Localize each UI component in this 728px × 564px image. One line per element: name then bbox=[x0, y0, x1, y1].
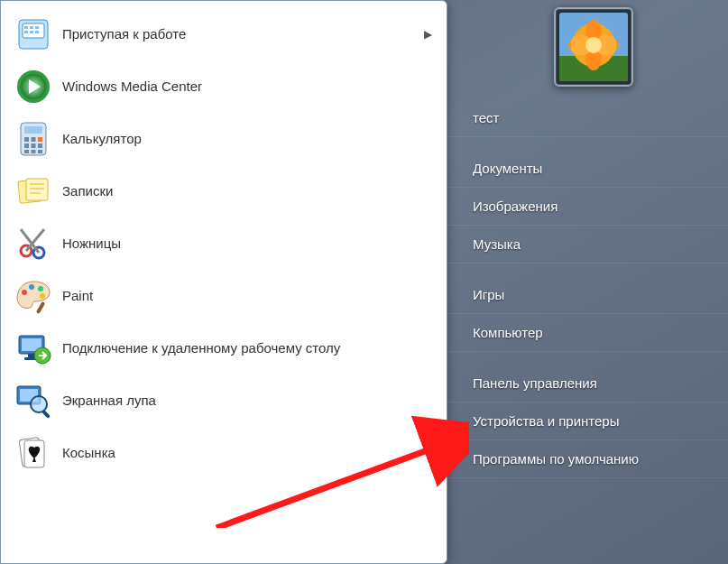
program-label: Приступая к работе bbox=[62, 26, 415, 43]
svg-rect-13 bbox=[32, 137, 36, 142]
getting-started-icon bbox=[14, 14, 53, 54]
svg-rect-43 bbox=[41, 410, 51, 419]
svg-point-32 bbox=[38, 286, 43, 291]
right-item-control-panel[interactable]: Панель управления bbox=[447, 365, 728, 402]
right-item-default-programs[interactable]: Программы по умолчанию bbox=[447, 440, 728, 478]
svg-point-30 bbox=[22, 290, 27, 295]
svg-rect-5 bbox=[24, 31, 28, 33]
program-calculator[interactable]: Калькулятор bbox=[8, 113, 443, 165]
program-sticky-notes[interactable]: Записки bbox=[8, 165, 443, 217]
right-item-label: Устройства и принтеры bbox=[473, 413, 619, 429]
program-label: Подключение к удаленному рабочему столу bbox=[62, 340, 438, 357]
media-center-icon bbox=[14, 67, 53, 106]
right-item-label: тест bbox=[473, 110, 499, 125]
program-paint[interactable]: Paint bbox=[8, 270, 443, 322]
start-menu-left-panel: Приступая к работе ▶ Windows Media Cente… bbox=[0, 0, 447, 564]
right-item-devices-printers[interactable]: Устройства и принтеры bbox=[447, 402, 728, 440]
svg-rect-15 bbox=[24, 143, 29, 148]
svg-rect-12 bbox=[24, 137, 29, 142]
svg-point-31 bbox=[29, 284, 34, 290]
right-item-label: Программы по умолчанию bbox=[473, 451, 639, 467]
right-item-label: Игры bbox=[473, 287, 504, 302]
separator bbox=[447, 137, 728, 150]
program-remote-desktop[interactable]: Подключение к удаленному рабочему столу bbox=[8, 322, 443, 374]
submenu-arrow-icon: ▶ bbox=[424, 28, 432, 41]
right-item-label: Панель управления bbox=[473, 375, 597, 391]
right-item-label: Музыка bbox=[473, 236, 521, 252]
program-label: Экранная лупа bbox=[62, 393, 438, 410]
remote-desktop-icon bbox=[14, 328, 53, 368]
separator bbox=[447, 264, 728, 276]
start-menu-right-panel: тест Документы Изображения Музыка Игры К… bbox=[447, 0, 728, 564]
paint-icon bbox=[14, 276, 53, 316]
right-item-label: Изображения bbox=[473, 199, 558, 214]
program-label: Калькулятор bbox=[62, 131, 438, 148]
right-item-label: Документы bbox=[473, 161, 542, 176]
program-media-center[interactable]: Windows Media Center bbox=[8, 60, 443, 113]
magnifier-icon bbox=[14, 381, 53, 421]
program-label: Косынка bbox=[62, 445, 438, 462]
program-label: Paint bbox=[62, 288, 438, 305]
svg-rect-17 bbox=[38, 143, 42, 148]
snipping-tool-icon bbox=[14, 224, 53, 264]
right-item-user[interactable]: тест bbox=[447, 99, 728, 137]
svg-rect-18 bbox=[24, 150, 29, 153]
svg-rect-34 bbox=[36, 301, 45, 314]
svg-rect-14 bbox=[38, 137, 42, 142]
right-item-games[interactable]: Игры bbox=[447, 276, 728, 314]
program-label: Записки bbox=[62, 183, 438, 200]
solitaire-icon bbox=[14, 433, 53, 473]
right-item-music[interactable]: Музыка bbox=[447, 226, 728, 264]
svg-rect-7 bbox=[35, 31, 39, 33]
separator bbox=[447, 352, 728, 365]
program-label: Windows Media Center bbox=[62, 79, 438, 96]
right-item-pictures[interactable]: Изображения bbox=[447, 188, 728, 226]
svg-rect-6 bbox=[30, 31, 33, 33]
svg-rect-11 bbox=[24, 126, 42, 134]
svg-rect-22 bbox=[26, 179, 48, 200]
program-snipping-tool[interactable]: Ножницы bbox=[8, 217, 443, 270]
program-getting-started[interactable]: Приступая к работе ▶ bbox=[8, 8, 443, 60]
program-label: Ножницы bbox=[62, 236, 438, 253]
svg-rect-20 bbox=[38, 150, 42, 153]
calculator-icon bbox=[14, 119, 53, 159]
right-item-documents[interactable]: Документы bbox=[447, 150, 728, 188]
program-magnifier[interactable]: Экранная лупа bbox=[8, 374, 443, 427]
right-item-label: Компьютер bbox=[473, 325, 543, 340]
right-item-computer[interactable]: Компьютер bbox=[447, 314, 728, 352]
svg-rect-19 bbox=[32, 150, 36, 153]
svg-rect-16 bbox=[32, 143, 36, 148]
svg-point-33 bbox=[40, 293, 45, 299]
svg-rect-4 bbox=[35, 26, 39, 29]
svg-rect-3 bbox=[30, 26, 33, 29]
program-solitaire[interactable]: Косынка bbox=[8, 427, 443, 479]
svg-point-42 bbox=[31, 396, 47, 412]
sticky-notes-icon bbox=[14, 171, 53, 211]
svg-rect-2 bbox=[24, 26, 28, 29]
